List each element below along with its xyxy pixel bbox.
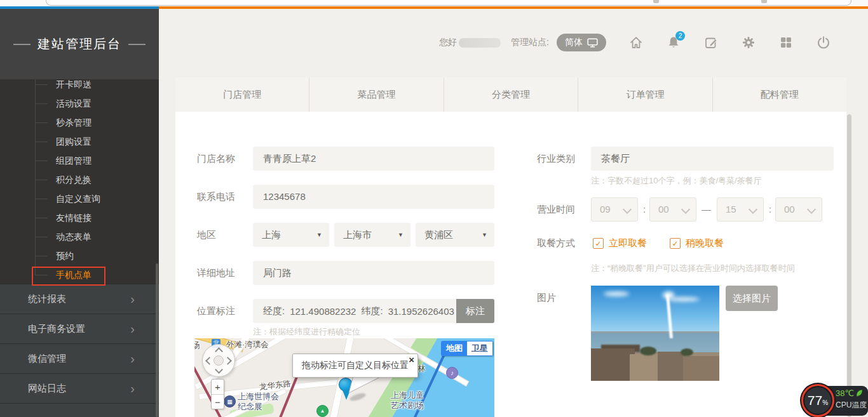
image-label: 图片 (537, 286, 556, 310)
store-image-preview (591, 286, 719, 381)
tab-store-manage[interactable]: 门店管理 (175, 77, 309, 112)
mark-location-button[interactable]: 标注 (456, 299, 494, 323)
dropdown-arrow-icon: ▼ (398, 223, 403, 247)
location-field: 经度: 121.490882232 纬度: 31.1952626403 标注 (253, 299, 494, 323)
bell-icon[interactable]: 2 (666, 35, 681, 50)
industry-note: 注：字数不超过10个字，例：美食/粤菜/茶餐厅 (591, 175, 762, 187)
lat-label: 纬度: (361, 305, 383, 317)
province-select[interactable]: 上海 ▼ (253, 223, 329, 247)
cpu-temp-block: 38℃ CPU温度 (836, 388, 867, 411)
store-name-label: 门店名称 (197, 147, 235, 171)
edit-icon[interactable] (703, 35, 719, 50)
top-bar: 您好 管理站点: 简体 2 (159, 9, 868, 76)
tab-ingredient-manage[interactable]: 配料管理 (712, 77, 846, 112)
sidebar-item-points-exchange[interactable]: 积分兑换 (35, 170, 159, 189)
checkbox-pickup-later[interactable]: ✓ (670, 238, 681, 249)
pickup-note: 注：“稍晚取餐”用户可以选择在营业时间内选择取餐时间 (591, 263, 795, 274)
cpu-percent: 77 (808, 386, 822, 415)
store-name-input[interactable]: 青青原上草2 (253, 147, 494, 171)
logo-dash (13, 44, 31, 45)
pickup-now-label[interactable]: 立即取餐 (609, 237, 647, 249)
pickup-label: 取餐方式 (537, 237, 575, 249)
sidebar-item-flash-sale[interactable]: 秒杀管理 (35, 113, 159, 132)
tab-order-manage[interactable]: 订单管理 (578, 77, 712, 112)
coordinates-box[interactable]: 经度: 121.490882232 纬度: 31.1952626403 (253, 299, 456, 323)
end-minute-select[interactable]: 00 (775, 197, 822, 222)
city-select[interactable]: 上海市 ▼ (334, 223, 410, 247)
gear-icon[interactable] (741, 35, 756, 50)
cpu-temp-label: CPU温度 (836, 400, 867, 411)
app-title: 建站管理后台 (37, 36, 121, 53)
sidebar-scrollbar[interactable] (156, 263, 158, 417)
browser-icon (653, 0, 659, 3)
choose-image-button[interactable]: 选择图片 (726, 286, 778, 311)
greeting-text: 您好 (439, 37, 457, 48)
chevron-down-icon (807, 205, 816, 214)
username-redacted (459, 38, 501, 48)
address-input[interactable]: 局门路 (253, 261, 494, 285)
sidebar-group-statistics[interactable]: 统计报表 › (0, 284, 159, 314)
language-button[interactable]: 简体 (557, 34, 606, 51)
apps-grid-icon[interactable] (778, 35, 794, 50)
chevron-right-icon: › (130, 352, 135, 365)
manage-site-label: 管理站点: (511, 37, 549, 48)
industry-label: 行业类别 (537, 147, 575, 171)
sidebar-group-site-logs[interactable]: 网站日志 › (0, 373, 159, 403)
location-label: 位置标注 (197, 299, 235, 323)
store-form-panel: 门店名称 青青原上草2 联系电话 12345678 地区 上海 ▼ 上海市 ▼ … (175, 112, 846, 417)
district-select[interactable]: 黄浦区 ▼ (416, 223, 494, 247)
dropdown-arrow-icon: ▼ (482, 223, 487, 247)
sidebar-item-dynamic-form[interactable]: 动态表单 (35, 227, 159, 246)
infowindow-pointer (194, 338, 494, 417)
address-label: 详细地址 (197, 261, 235, 285)
pickup-later-label[interactable]: 稍晚取餐 (686, 237, 724, 249)
content-scrollbar[interactable] (847, 114, 851, 417)
sidebar-item-friend-links[interactable]: 友情链接 (35, 208, 159, 227)
chevron-down-icon (749, 205, 757, 214)
sidebar-group-wechat[interactable]: 微信管理 › (0, 343, 159, 373)
location-note: 注：根据经纬度进行精确定位 (253, 326, 360, 338)
checkbox-pickup-now[interactable]: ✓ (593, 238, 604, 249)
cpu-temperature: 38℃ (836, 388, 854, 398)
tab-dish-manage[interactable]: 菜品管理 (309, 77, 443, 112)
map-tooltip: 拖动标注可自定义目标位置 × (292, 354, 418, 378)
home-icon[interactable] (628, 35, 644, 50)
region-label: 地区 (197, 223, 216, 247)
phone-input[interactable]: 12345678 (253, 185, 494, 209)
power-icon[interactable] (816, 35, 831, 50)
time-colon: : (769, 197, 771, 222)
content-tabs: 门店管理 菜品管理 分类管理 订单管理 配料管理 (175, 77, 846, 112)
monitor-icon (587, 38, 598, 48)
sidebar: 建站管理后台 开卡即送 活动设置 秒杀管理 团购设置 组团管理 积分兑换 自定义… (0, 9, 159, 417)
map-widget[interactable]: 场 北 外滩·湾璞会 龙华东路 健康林 上海儿童 艺术剧场 ▦ 上海世博会 纪念… (194, 338, 494, 417)
sidebar-item-team-manage[interactable]: 组团管理 (35, 151, 159, 170)
sidebar-item-activity-settings[interactable]: 活动设置 (35, 94, 159, 113)
app-logo: 建站管理后台 (0, 9, 159, 79)
logo-dash (128, 44, 146, 45)
browser-strip (0, 0, 868, 6)
lat-value: 31.1952626403 (388, 306, 454, 317)
sidebar-groups: 统计报表 › 电子商务设置 › 微信管理 › 网站日志 › (0, 284, 159, 417)
time-dash: — (702, 197, 711, 222)
leaf-icon (856, 390, 863, 397)
chevron-right-icon: › (130, 322, 135, 335)
start-hour-select[interactable]: 09 (591, 197, 638, 222)
end-hour-select[interactable]: 15 (717, 197, 764, 222)
time-colon: : (643, 197, 646, 222)
chevron-right-icon: › (130, 382, 135, 395)
tab-category-manage[interactable]: 分类管理 (444, 77, 578, 112)
lng-label: 经度: (263, 305, 285, 317)
start-minute-select[interactable]: 00 (649, 197, 696, 222)
chevron-right-icon: › (130, 293, 135, 305)
sidebar-item-custom-query[interactable]: 自定义查询 (35, 189, 159, 208)
cpu-usage-gauge: 77% (801, 384, 834, 417)
industry-input[interactable]: 茶餐厅 (591, 147, 834, 171)
sidebar-item-reservation[interactable]: 预约 (35, 246, 159, 265)
close-icon[interactable]: × (409, 355, 414, 364)
sidebar-group-ecommerce[interactable]: 电子商务设置 › (0, 314, 159, 343)
lng-value: 121.490882232 (290, 306, 356, 317)
sidebar-item-group-buy[interactable]: 团购设置 (35, 132, 159, 151)
sidebar-group-empty (0, 403, 159, 417)
phone-label: 联系电话 (197, 185, 235, 209)
browser-url-bar[interactable] (46, 0, 851, 6)
